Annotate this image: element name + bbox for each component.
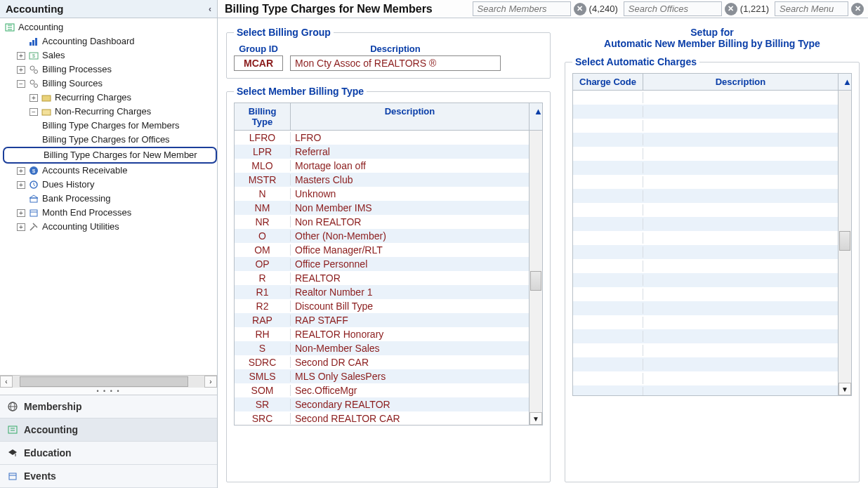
col-description[interactable]: Description [291,103,529,130]
table-row[interactable] [573,371,838,385]
table-row[interactable] [573,161,838,175]
collapse-icon[interactable]: − [29,108,38,116]
resize-grip-icon[interactable]: • • • • [0,388,217,395]
table-row[interactable]: SMLSMLS Only SalesPers [235,369,529,383]
clear-search-offices-icon[interactable]: ✕ [725,3,737,15]
table-row[interactable]: RHREALTOR Honorary [235,327,529,341]
table-row[interactable]: LPRReferral [235,145,529,159]
search-members-input[interactable] [473,1,571,16]
expand-icon[interactable]: + [17,181,25,189]
search-offices-input[interactable] [624,1,722,16]
scrollbar-thumb[interactable] [20,376,188,387]
tree-billing-sources[interactable]: − Billing Sources [3,77,217,91]
tree-accounting-dashboard[interactable]: Accounting Dashboard [3,34,217,48]
table-row[interactable]: OMOffice Manager/RLT [235,243,529,257]
table-row[interactable] [573,259,838,273]
group-id-input[interactable] [234,55,283,71]
vertical-scrollbar[interactable]: ▼ [529,131,542,425]
table-row[interactable] [573,105,838,119]
expand-icon[interactable]: + [17,167,25,175]
tree-accounting-utilities[interactable]: + Accounting Utilities [3,220,217,234]
table-row[interactable] [573,287,838,301]
table-row[interactable] [573,189,838,203]
search-menu-input[interactable] [775,1,848,16]
table-row[interactable] [573,217,838,231]
table-row[interactable] [573,315,838,329]
collapse-sidebar-icon[interactable]: ‹ [209,4,211,14]
tree-accounts-receivable[interactable]: + $ Accounts Receivable [3,164,217,178]
table-row[interactable]: SNon-Member Sales [235,341,529,355]
table-row[interactable] [573,245,838,259]
table-row[interactable]: SRSecondary REALTOR [235,397,529,411]
table-row[interactable]: R2Discount Bill Type [235,299,529,313]
scroll-right-icon[interactable]: › [204,376,217,388]
tree-root-accounting[interactable]: Accounting [3,20,217,34]
table-row[interactable]: RREALTOR [235,271,529,285]
table-row[interactable] [573,91,838,105]
svg-rect-4 [29,42,32,46]
clear-search-menu-icon[interactable]: ✕ [851,3,864,15]
col-billing-type[interactable]: Billing Type [235,103,291,130]
scrollbar-thumb[interactable] [839,231,850,251]
scroll-left-icon[interactable]: ‹ [0,376,13,388]
vertical-scrollbar[interactable]: ▼ [838,91,851,395]
table-row[interactable]: NMNon Member IMS [235,201,529,215]
module-education[interactable]: Education [0,442,217,465]
module-accounting[interactable]: Accounting [0,418,217,442]
expand-icon[interactable]: + [17,223,25,231]
table-row[interactable]: OPOffice Personnel [235,257,529,271]
tree-btc-new-member[interactable]: Billing Type Charges for New Member [3,147,217,164]
table-row[interactable] [573,385,838,395]
table-row[interactable]: LFROLFRO [235,131,529,145]
table-row[interactable] [573,175,838,189]
scrollbar-thumb[interactable] [530,271,541,291]
table-row[interactable] [573,119,838,133]
table-row[interactable]: SRCSecond REALTOR CAR [235,411,529,425]
tree-horizontal-scrollbar[interactable]: ‹ › [0,375,217,388]
table-row[interactable] [573,203,838,217]
tree-btc-members[interactable]: Billing Type Charges for Members [3,119,217,133]
table-row[interactable]: SDRCSecond DR CAR [235,355,529,369]
table-row[interactable] [573,133,838,147]
tree-sales[interactable]: + $ Sales [3,48,217,62]
col-charge-code[interactable]: Charge Code [573,74,643,90]
table-row[interactable]: NUnknown [235,187,529,201]
table-row[interactable]: NRNon REALTOR [235,215,529,229]
group-desc-input[interactable] [290,55,501,71]
cell-description: Sec.OfficeMgr [291,385,529,396]
table-row[interactable]: R1Realtor Number 1 [235,285,529,299]
cell-description: Referral [291,146,529,157]
expand-icon[interactable]: + [29,94,38,102]
col-description[interactable]: Description [643,74,838,90]
tree-dues-history[interactable]: + Dues History [3,178,217,192]
expand-icon[interactable]: + [17,66,25,74]
table-row[interactable]: MLOMortage loan off [235,159,529,173]
table-row[interactable] [573,273,838,287]
table-row[interactable] [573,231,838,245]
tree-non-recurring-charges[interactable]: − Non-Recurring Charges [3,105,217,119]
table-row[interactable]: RAPRAP STAFF [235,313,529,327]
table-row[interactable]: MSTRMasters Club [235,173,529,187]
expand-icon[interactable]: + [17,209,25,217]
offices-count: (1,221) [740,4,769,14]
table-row[interactable] [573,343,838,357]
collapse-icon[interactable]: − [17,80,25,88]
scroll-down-icon[interactable]: ▼ [839,383,851,395]
clear-search-members-icon[interactable]: ✕ [574,3,586,15]
tree-recurring-charges[interactable]: + Recurring Charges [3,91,217,105]
tree-label: Billing Processes [42,62,112,77]
scroll-down-icon[interactable]: ▼ [530,412,542,425]
table-row[interactable] [573,301,838,315]
tree-billing-processes[interactable]: + Billing Processes [3,62,217,77]
module-events[interactable]: Events [0,465,217,488]
table-row[interactable] [573,357,838,371]
table-row[interactable]: SOMSec.OfficeMgr [235,383,529,397]
table-row[interactable] [573,147,838,161]
table-row[interactable]: OOther (Non-Member) [235,229,529,243]
tree-month-end[interactable]: + Month End Processes [3,206,217,220]
table-row[interactable] [573,329,838,343]
module-membership[interactable]: Membership [0,395,217,418]
tree-bank-processing[interactable]: Bank Processing [3,192,217,206]
tree-btc-offices[interactable]: Billing Type Charges for Offices [3,133,217,147]
expand-icon[interactable]: + [17,52,25,60]
